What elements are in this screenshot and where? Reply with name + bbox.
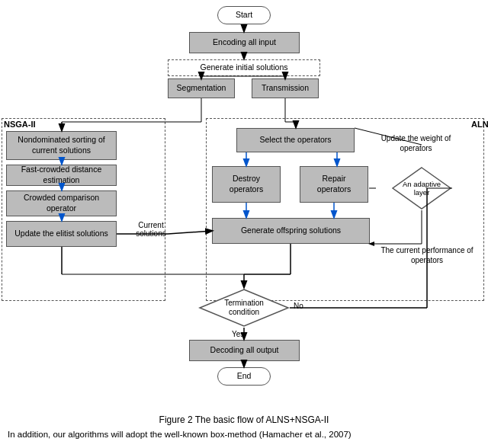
termination-container: Termination condition	[198, 288, 290, 328]
nondominated-box: Nondominated sorting of current solution…	[6, 131, 117, 160]
no-label: No	[294, 302, 303, 310]
nsga-label: NSGA-II	[4, 120, 36, 129]
start-box: Start	[217, 6, 271, 24]
current-performance-label: The current performance of operators	[374, 245, 480, 265]
generate-offspring-box: Generate offspring solutions	[212, 218, 370, 244]
update-elitist-box: Update the elitist solutions	[6, 221, 117, 247]
diagram: NSGA-II ALNS Start Encoding all input Ge…	[0, 0, 488, 411]
alns-label: ALNS	[471, 120, 488, 129]
body-text: In addition, our algorithms will adopt t…	[0, 425, 488, 443]
update-weight-label: Update the weight of operators	[380, 133, 452, 153]
current-solutions-label: Current solutions	[128, 221, 174, 238]
adaptive-layer-label: An adaptive layer	[399, 180, 445, 197]
repair-operators-box: Repair operators	[300, 166, 368, 203]
decoding-all-output-box: Decoding all output	[189, 340, 300, 361]
yes-label: Yes	[232, 330, 244, 338]
figure-caption: Figure 2 The basic flow of ALNS+NSGA-II	[0, 414, 488, 425]
crowded-comparison-box: Crowded comparison operator	[6, 190, 117, 216]
adaptive-layer-container: An adaptive layer	[391, 166, 452, 210]
encoding-all-input-box: Encoding all input	[189, 32, 300, 53]
destroy-operators-box: Destroy operators	[212, 166, 281, 203]
termination-label: Termination condition	[210, 299, 278, 317]
generate-initial-box: Generate initial solutions	[168, 59, 320, 76]
select-operators-box: Select the operators	[236, 128, 355, 152]
fast-crowded-box: Fast-crowded distance estimation	[6, 165, 117, 186]
end-box: End	[217, 367, 271, 386]
transmission-box: Transmission	[252, 78, 319, 98]
segmentation-box: Segmentation	[168, 78, 235, 98]
